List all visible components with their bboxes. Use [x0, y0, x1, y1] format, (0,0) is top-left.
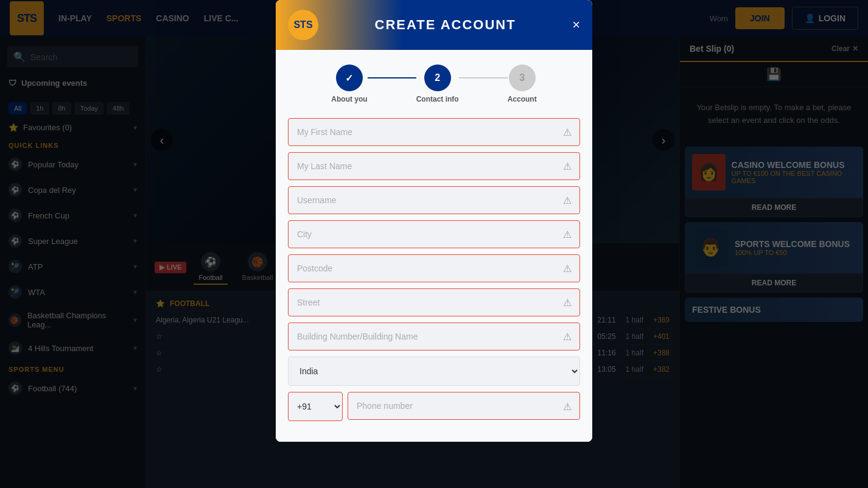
- username-group: ⚠: [288, 186, 580, 214]
- warning-icon: ⚠: [563, 297, 572, 308]
- warning-icon: ⚠: [563, 263, 572, 274]
- first-name-input[interactable]: [288, 118, 580, 146]
- last-name-input[interactable]: [288, 152, 580, 180]
- step-line-1: [368, 77, 416, 78]
- step-about-you: ✓ About you: [331, 64, 367, 103]
- street-group: ⚠: [288, 288, 580, 316]
- city-group: ⚠: [288, 220, 580, 248]
- modal-body: ✓ About you 2 Contact info 3 Account ⚠: [276, 50, 592, 442]
- building-input[interactable]: [288, 322, 580, 350]
- postcode-input[interactable]: [288, 254, 580, 282]
- street-input[interactable]: [288, 288, 580, 316]
- first-name-group: ⚠: [288, 118, 580, 146]
- phone-code-select[interactable]: +91 +1 +44 +33 +49: [288, 392, 343, 421]
- modal-logo: STS: [288, 10, 318, 40]
- phone-input[interactable]: [348, 392, 580, 420]
- modal-overlay: STS Create Account × ✓ About you 2 Conta…: [0, 0, 868, 488]
- username-input[interactable]: [288, 186, 580, 214]
- modal-header: STS Create Account ×: [276, 0, 592, 50]
- create-account-modal: STS Create Account × ✓ About you 2 Conta…: [276, 0, 592, 442]
- warning-icon: ⚠: [563, 161, 572, 172]
- warning-icon: ⚠: [563, 331, 572, 343]
- country-select[interactable]: India United Kingdom Ireland Germany Fra…: [288, 357, 580, 386]
- phone-input-wrap: ⚠: [348, 392, 580, 421]
- step-contact-info: 2 Contact info: [416, 64, 459, 103]
- building-group: ⚠: [288, 322, 580, 350]
- step-circle-3: 3: [509, 64, 536, 91]
- warning-icon: ⚠: [563, 195, 572, 206]
- warning-icon: ⚠: [563, 401, 572, 413]
- step-circle-2: 2: [424, 64, 451, 91]
- modal-close-button[interactable]: ×: [572, 18, 580, 32]
- modal-title: Create Account: [328, 17, 562, 33]
- step-line-2: [459, 77, 508, 78]
- phone-group: +91 +1 +44 +33 +49 ⚠: [288, 392, 580, 421]
- warning-icon: ⚠: [563, 229, 572, 240]
- step-circle-1: ✓: [336, 64, 363, 91]
- postcode-group: ⚠: [288, 254, 580, 282]
- warning-icon: ⚠: [563, 127, 572, 138]
- step-account: 3 Account: [508, 64, 537, 103]
- country-group: India United Kingdom Ireland Germany Fra…: [288, 357, 580, 386]
- last-name-group: ⚠: [288, 152, 580, 180]
- stepper: ✓ About you 2 Contact info 3 Account: [288, 64, 580, 103]
- city-input[interactable]: [288, 220, 580, 248]
